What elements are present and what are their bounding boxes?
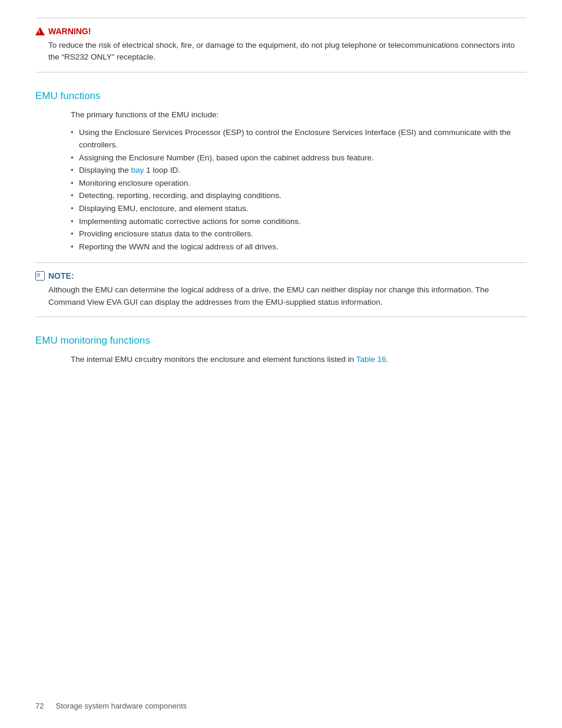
page-label: Storage system hardware components [55, 701, 187, 710]
emu-functions-section: EMU functions The primary functions of t… [35, 90, 527, 317]
list-item: Displaying the bay 1 loop ID. [71, 164, 527, 177]
list-item: Detecting, reporting, recording, and dis… [71, 189, 527, 202]
emu-monitoring-section: EMU monitoring functions The internal EM… [35, 335, 527, 364]
note-title: NOTE: [48, 271, 74, 281]
table16-link[interactable]: Table 16 [356, 355, 386, 364]
page-number: 72 [35, 701, 44, 710]
warning-text: To reduce the risk of electrical shock, … [35, 39, 527, 64]
warning-triangle-icon [35, 27, 45, 35]
note-header: NOTE: [35, 271, 527, 281]
emu-functions-title: EMU functions [35, 90, 527, 102]
emu-monitoring-title: EMU monitoring functions [35, 335, 527, 347]
bay-link[interactable]: bay [131, 166, 144, 174]
warning-title: WARNING! [48, 27, 91, 36]
emu-monitoring-intro: The internal EMU circuitry monitors the … [35, 355, 527, 364]
note-text: Although the EMU can determine the logic… [35, 284, 527, 308]
page-footer: 72 Storage system hardware components [35, 701, 187, 710]
list-item: Using the Enclosure Services Processor (… [71, 126, 527, 151]
warning-box: WARNING! To reduce the risk of electrica… [35, 18, 527, 73]
list-item: Monitoring enclosure operation. [71, 177, 527, 190]
emu-monitoring-intro-text-before: The internal EMU circuitry monitors the … [71, 355, 356, 364]
list-item: Assigning the Enclosure Number (En), bas… [71, 151, 527, 164]
list-item: Implementing automatic corrective action… [71, 215, 527, 228]
emu-functions-intro: The primary functions of the EMU include… [35, 110, 527, 119]
list-item: Providing enclosure status data to the c… [71, 228, 527, 241]
list-item: Reporting the WWN and the logical addres… [71, 241, 527, 253]
note-icon [35, 271, 45, 281]
warning-header: WARNING! [35, 27, 527, 36]
emu-monitoring-intro-text-after: . [386, 355, 389, 364]
list-item: Displaying EMU, enclosure, and element s… [71, 202, 527, 215]
emu-functions-list: Using the Enclosure Services Processor (… [35, 126, 527, 253]
note-box: NOTE: Although the EMU can determine the… [35, 262, 527, 317]
